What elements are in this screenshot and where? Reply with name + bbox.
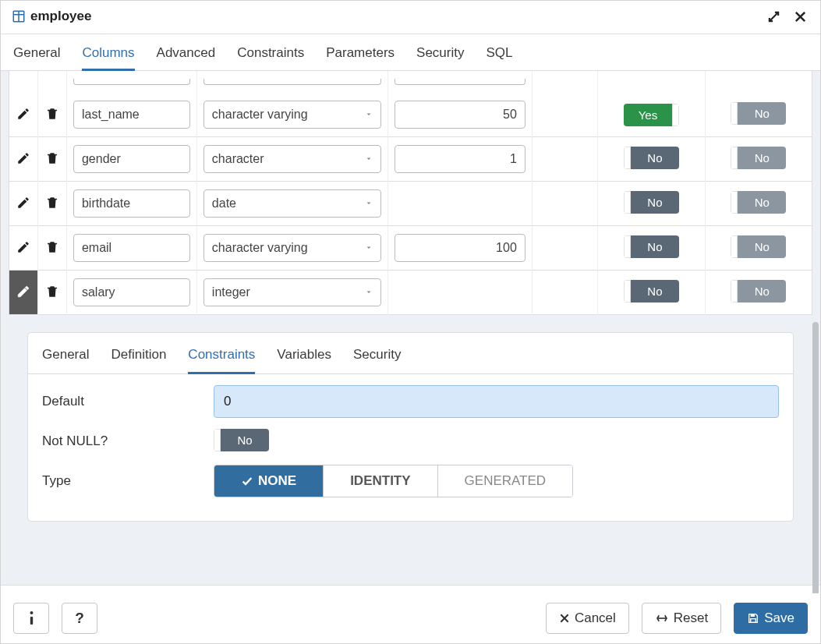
trash-icon [45, 110, 59, 123]
column-name-input[interactable] [73, 145, 190, 173]
delete-row-button[interactable] [37, 226, 66, 271]
save-icon [747, 612, 759, 625]
column-name-input[interactable] [73, 278, 190, 306]
table-icon [12, 9, 26, 23]
svg-rect-11 [751, 619, 756, 623]
tab-general[interactable]: General [13, 41, 60, 70]
reset-button[interactable]: Reset [642, 603, 721, 634]
primary-key-toggle[interactable]: No [731, 102, 786, 125]
tab-parameters[interactable]: Parameters [326, 41, 395, 70]
column-name-input[interactable] [73, 234, 190, 262]
table-row: No No [9, 271, 812, 315]
not-null-toggle[interactable]: No [624, 147, 679, 169]
type-generated[interactable]: GENERATED [438, 465, 573, 497]
info-button[interactable] [13, 603, 49, 634]
table-row: No No [9, 182, 812, 226]
subtab-variables[interactable]: Variables [277, 342, 331, 373]
detail-tabs: General Definition Constraints Variables… [28, 333, 793, 374]
column-name-input[interactable] [73, 101, 190, 129]
default-input[interactable] [214, 385, 779, 418]
edit-row-button[interactable] [9, 93, 38, 137]
dialog-header: employee [1, 1, 820, 34]
tab-columns[interactable]: Columns [82, 41, 134, 71]
table-row: No No [9, 137, 812, 182]
column-length-input[interactable] [395, 101, 526, 129]
not-null-toggle[interactable]: Yes [624, 104, 679, 126]
columns-table: Yes No No No No No No No No No [9, 71, 812, 315]
help-button[interactable]: ? [62, 603, 97, 634]
primary-key-toggle[interactable]: No [731, 191, 786, 214]
column-length-input[interactable] [395, 145, 526, 173]
edit-row-button[interactable] [9, 226, 38, 271]
save-button[interactable]: Save [734, 603, 808, 634]
delete-row-button[interactable] [37, 182, 66, 226]
type-label: Type [42, 473, 190, 489]
tab-security[interactable]: Security [416, 41, 464, 70]
column-type-select[interactable] [203, 278, 381, 306]
recycle-icon [655, 611, 669, 625]
not-null-toggle[interactable]: No [624, 191, 679, 214]
trash-icon [45, 154, 59, 168]
pencil-icon [16, 199, 30, 212]
tab-constraints[interactable]: Constraints [237, 41, 304, 70]
edit-row-button[interactable] [9, 182, 38, 226]
tab-sql[interactable]: SQL [486, 41, 512, 70]
subtab-definition[interactable]: Definition [111, 342, 166, 373]
check-icon [241, 475, 253, 487]
pencil-icon [16, 243, 30, 257]
delete-row-button[interactable] [37, 137, 66, 182]
column-type-select[interactable] [203, 189, 381, 218]
close-icon [559, 613, 570, 624]
delete-row-button[interactable] [37, 93, 66, 137]
cancel-button[interactable]: Cancel [546, 603, 629, 634]
trash-icon [45, 288, 59, 301]
column-type-select[interactable] [203, 101, 381, 129]
main-tabs: General Columns Advanced Constraints Par… [1, 34, 820, 71]
column-type-select[interactable] [203, 234, 381, 262]
svg-point-6 [30, 611, 33, 614]
notnull-label: Not NULL? [42, 433, 190, 449]
svg-line-3 [769, 12, 777, 20]
delete-row-button[interactable] [37, 271, 66, 315]
trash-icon [45, 199, 59, 212]
type-segment-group: NONE IDENTITY GENERATED [214, 465, 573, 497]
maximize-icon[interactable] [764, 7, 783, 26]
svg-rect-7 [30, 617, 32, 625]
pencil-icon [16, 288, 30, 301]
column-type-select[interactable] [203, 145, 381, 173]
not-null-toggle[interactable]: No [624, 280, 679, 303]
column-name-input[interactable] [73, 189, 190, 218]
tab-advanced[interactable]: Advanced [157, 41, 216, 70]
pencil-icon [16, 154, 30, 168]
primary-key-toggle[interactable]: No [731, 280, 786, 303]
not-null-toggle[interactable]: No [624, 235, 679, 258]
default-label: Default [42, 394, 190, 409]
dialog-title: employee [30, 9, 91, 24]
trash-icon [45, 243, 59, 257]
subtab-general[interactable]: General [42, 342, 89, 373]
notnull-toggle[interactable]: No [214, 429, 269, 451]
subtab-security[interactable]: Security [353, 342, 401, 373]
primary-key-toggle[interactable]: No [731, 235, 786, 258]
dialog-footer: ? Cancel Reset Save [1, 593, 820, 643]
main-area: Yes No No No No No No No No No [1, 71, 820, 586]
svg-rect-10 [751, 614, 755, 617]
table-row: Yes No [9, 93, 812, 137]
close-icon[interactable] [791, 7, 809, 26]
table-row: No No [9, 226, 812, 271]
primary-key-toggle[interactable]: No [731, 147, 786, 169]
info-icon [28, 610, 35, 626]
edit-row-button[interactable] [9, 271, 38, 315]
column-length-input[interactable] [395, 234, 526, 262]
type-none[interactable]: NONE [214, 465, 324, 497]
type-identity[interactable]: IDENTITY [324, 465, 437, 497]
pencil-icon [16, 110, 30, 123]
column-detail-panel: General Definition Constraints Variables… [27, 332, 794, 522]
subtab-constraints[interactable]: Constraints [188, 342, 255, 374]
edit-row-button[interactable] [9, 137, 38, 182]
